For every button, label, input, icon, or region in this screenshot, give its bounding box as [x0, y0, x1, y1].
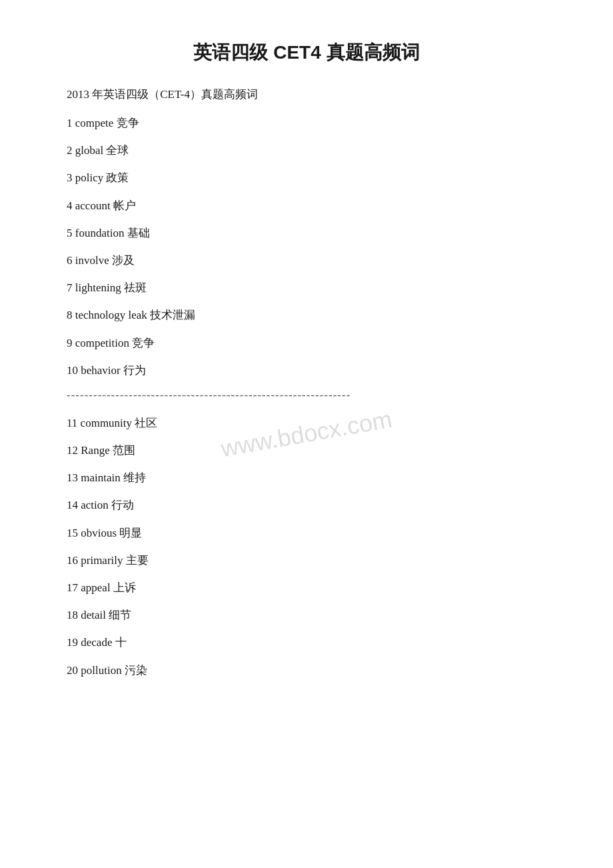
page-title: 英语四级 CET4 真题高频词: [67, 40, 546, 65]
list-item: 14 action 行动: [67, 496, 546, 514]
list-item: 10 behavior 行为: [67, 361, 546, 379]
list-item: 12 Range 范围: [67, 441, 546, 459]
list-item: 6 involve 涉及: [67, 251, 546, 269]
list-item: 16 primarily 主要: [67, 551, 546, 569]
divider: ----------------------------------------…: [67, 389, 546, 402]
list-item: 18 detail 细节: [67, 606, 546, 624]
list-item: 20 pollution 污染: [67, 661, 546, 679]
list-item: 11 community 社区: [67, 414, 546, 432]
list-item: 8 technology leak 技术泄漏: [67, 306, 546, 324]
list-item: 13 maintain 维持: [67, 469, 546, 487]
list-item: 1 compete 竞争: [67, 114, 546, 132]
list-item: 2 global 全球: [67, 141, 546, 159]
list-item: 19 decade 十: [67, 633, 546, 651]
list-item: 17 appeal 上诉: [67, 579, 546, 597]
list-item: 5 foundation 基础: [67, 224, 546, 242]
list-item: 4 account 帐户: [67, 197, 546, 215]
list-item: 7 lightening 祛斑: [67, 279, 546, 297]
list-item: 15 obvious 明显: [67, 524, 546, 542]
vocab-list-1: 1 compete 竞争2 global 全球3 policy 政策4 acco…: [67, 114, 546, 379]
subtitle: 2013 年英语四级（CET-4）真题高频词: [67, 87, 546, 102]
list-item: 3 policy 政策: [67, 169, 546, 187]
list-item: 9 competition 竞争: [67, 334, 546, 352]
vocab-list-2: 11 community 社区12 Range 范围13 maintain 维持…: [67, 414, 546, 679]
